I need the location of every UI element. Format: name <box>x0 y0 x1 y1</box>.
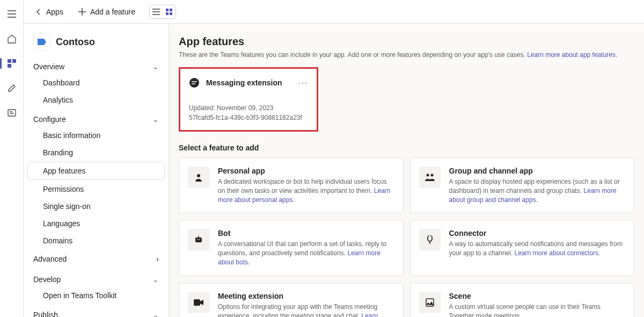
video-icon <box>188 292 209 313</box>
svg-rect-1 <box>12 59 16 63</box>
nav-branding[interactable]: Branding <box>24 144 169 161</box>
bot-icon <box>188 229 209 250</box>
sidebar: Contoso Overview⌄ Dashboard Analytics Co… <box>24 24 169 317</box>
chevron-down-icon: ⌄ <box>152 62 159 71</box>
person-icon <box>188 167 209 188</box>
nav-sso[interactable]: Single sign-on <box>24 198 169 215</box>
svg-point-9 <box>197 174 200 177</box>
nav-dashboard[interactable]: Dashboard <box>24 74 169 91</box>
svg-rect-2 <box>8 64 11 68</box>
page-title: App features <box>179 35 634 48</box>
card-bot[interactable]: BotA conversational UI that can perform … <box>179 220 404 276</box>
existing-id: 57fcafd5-fc1a-439c-b3f3-90881182a23f <box>189 113 308 123</box>
svg-rect-5 <box>170 9 172 11</box>
chevron-left-icon <box>35 9 42 15</box>
svg-rect-15 <box>194 299 200 306</box>
svg-rect-7 <box>170 12 172 15</box>
svg-rect-6 <box>166 12 169 15</box>
chevron-down-icon: ⌄ <box>152 311 159 317</box>
toolbar: Apps Add a feature <box>24 0 644 24</box>
scene-icon <box>419 292 441 313</box>
more-button[interactable]: ··· <box>298 78 308 87</box>
list-view-button[interactable] <box>150 5 163 18</box>
back-button[interactable]: Apps <box>32 5 67 18</box>
svg-point-11 <box>430 174 433 177</box>
section-configure[interactable]: Configure⌄ <box>24 109 169 127</box>
svg-point-13 <box>197 239 198 240</box>
nav-languages[interactable]: Languages <box>24 215 169 232</box>
nav-analytics[interactable]: Analytics <box>24 91 169 109</box>
content-area: App features These are the Teams feature… <box>169 24 644 317</box>
card-connector[interactable]: ConnectorA way to automatically send not… <box>410 220 635 276</box>
app-name: Contoso <box>56 37 95 48</box>
svg-point-8 <box>189 78 199 88</box>
section-advanced[interactable]: Advanced› <box>24 249 169 269</box>
edit-icon[interactable] <box>4 81 19 96</box>
chat-icon <box>189 77 200 88</box>
svg-rect-12 <box>195 237 202 242</box>
svg-point-10 <box>426 174 429 177</box>
app-logo <box>33 33 50 51</box>
existing-feature-card[interactable]: Messaging extension ··· Updated: Novembe… <box>179 67 318 132</box>
grid-view-button[interactable] <box>163 5 175 18</box>
existing-feature-title: Messaging extension <box>206 78 282 87</box>
card-personal-app[interactable]: Personal appA dedicated workspace or bot… <box>179 157 404 213</box>
nav-app-features[interactable]: App features <box>28 162 164 179</box>
svg-rect-4 <box>166 9 169 11</box>
card-icon[interactable] <box>4 105 19 120</box>
card-meeting[interactable]: Meeting extensionOptions for integrating… <box>179 283 404 317</box>
svg-rect-0 <box>8 59 11 63</box>
chevron-right-icon: › <box>156 255 159 263</box>
svg-rect-16 <box>426 299 434 306</box>
plus-icon <box>78 8 86 16</box>
nav-open-toolkit[interactable]: Open in Teams Toolkit <box>24 287 169 304</box>
existing-updated: Updated: November 09, 2023 <box>189 103 308 113</box>
view-toggle <box>149 5 176 19</box>
svg-point-14 <box>199 239 200 240</box>
card-scene[interactable]: SceneA custom virtual scene people can u… <box>410 283 635 317</box>
nav-permissions[interactable]: Permissions <box>24 181 169 198</box>
nav-domains[interactable]: Domains <box>24 232 169 249</box>
card-group-channel[interactable]: Group and channel appA space to display … <box>410 157 635 213</box>
people-icon <box>419 167 441 188</box>
page-subtitle: These are the Teams features you can inc… <box>179 51 634 59</box>
connector-icon <box>419 229 441 250</box>
hamburger-icon[interactable] <box>4 6 19 21</box>
apps-rail-icon[interactable] <box>4 56 19 71</box>
left-rail <box>0 0 24 317</box>
nav-basic[interactable]: Basic information <box>24 127 169 144</box>
section-develop[interactable]: Develop⌄ <box>24 269 169 287</box>
svg-rect-3 <box>8 110 16 116</box>
section-publish[interactable]: Publish⌄ <box>24 304 169 317</box>
chevron-down-icon: ⌄ <box>152 275 159 284</box>
add-feature-label: Add a feature <box>90 8 135 16</box>
learn-connector-link[interactable]: Learn more about connectors. <box>515 249 601 257</box>
select-feature-title: Select a feature to add <box>179 143 634 152</box>
section-overview[interactable]: Overview⌄ <box>24 56 169 74</box>
home-icon[interactable] <box>4 31 19 46</box>
learn-app-features-link[interactable]: Learn more about app features. <box>527 51 617 59</box>
chevron-down-icon: ⌄ <box>152 115 159 124</box>
add-feature-button[interactable]: Add a feature <box>75 5 138 18</box>
back-label: Apps <box>46 8 63 16</box>
